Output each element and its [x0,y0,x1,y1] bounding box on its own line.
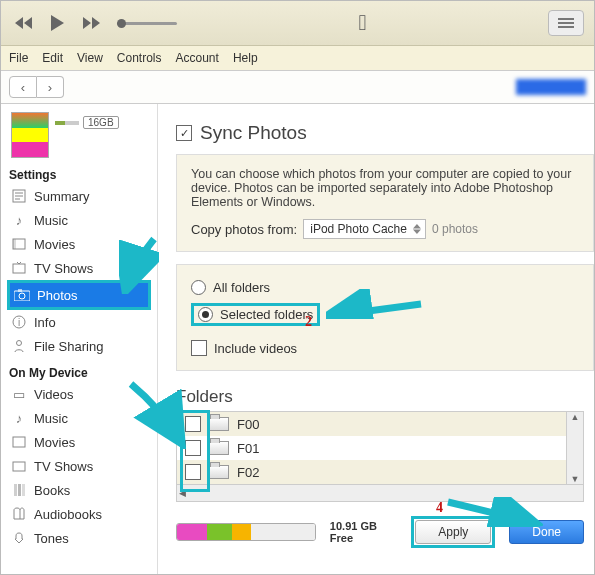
sidebar-item-music2[interactable]: ♪Music [7,406,157,430]
sidebar-item-audiobooks[interactable]: Audiobooks [7,502,157,526]
annotation-highlight-apply: Apply [411,516,495,548]
folder-checkbox[interactable] [185,416,201,432]
menu-file[interactable]: File [9,51,28,65]
tv-icon [11,458,27,474]
scroll-left-icon: ◀ [179,488,186,498]
sidebar-item-summary[interactable]: Summary [7,184,157,208]
sidebar-item-videos[interactable]: ▭Videos [7,382,157,406]
content-pane: ✓ Sync Photos You can choose which photo… [158,104,594,574]
sidebar-item-music[interactable]: ♪Music [7,208,157,232]
sidebar-item-label: TV Shows [34,459,93,474]
device-name-redacted [516,79,586,95]
folders-heading: Folders [176,387,594,407]
prev-track-button[interactable] [11,11,37,35]
menu-view[interactable]: View [77,51,103,65]
sidebar-item-tvshows2[interactable]: TV Shows [7,454,157,478]
storage-segment [177,524,207,540]
folder-checkbox[interactable] [185,464,201,480]
sidebar-item-movies[interactable]: Movies [7,232,157,256]
scroll-down-icon: ▼ [571,474,580,484]
folder-list: F00 F01 F02 ▲▼ ◀ [176,411,584,502]
sidebar-item-info[interactable]: iInfo [7,310,157,334]
radio-label: All folders [213,280,270,295]
nav-back-button[interactable]: ‹ [9,76,37,98]
copy-source-select[interactable]: iPod Photo Cache [303,219,426,239]
sidebar-item-label: Videos [34,387,74,402]
sidebar-item-label: File Sharing [34,339,103,354]
folder-name: F02 [237,465,259,480]
checkbox-icon [191,340,207,356]
storage-free-label: 10.91 GB Free [330,520,397,544]
radio-label: Selected folders [220,307,313,322]
books-icon [11,482,27,498]
music-icon: ♪ [11,410,27,426]
sidebar-item-photos[interactable]: Photos [10,283,148,307]
next-track-button[interactable] [79,11,105,35]
folder-row[interactable]: F00 [177,412,583,436]
volume-slider[interactable] [117,22,177,25]
menu-account[interactable]: Account [176,51,219,65]
sidebar-item-label: Movies [34,237,75,252]
horizontal-scrollbar[interactable]: ◀ [177,484,583,501]
sidebar-item-tvshows[interactable]: TV Shows [7,256,157,280]
movies-icon [11,434,27,450]
sidebar-item-label: Movies [34,435,75,450]
radio-all-folders[interactable]: All folders [191,275,579,299]
capacity-bar-icon [55,121,79,125]
radio-icon [191,280,206,295]
footer-bar: 10.91 GB Free Apply Done [176,516,594,548]
sidebar-section-settings: Settings [9,168,155,182]
play-button[interactable] [45,11,71,35]
annotation-highlight-selected: Selected folders [191,303,320,326]
sidebar-item-tones[interactable]: Tones [7,526,157,550]
scroll-up-icon: ▲ [571,412,580,422]
folder-options-panel: All folders Selected folders Include vid… [176,264,594,371]
summary-icon [11,188,27,204]
device-artwork [11,112,49,158]
done-button[interactable]: Done [509,520,584,544]
movies-icon [11,236,27,252]
svg-rect-2 [13,239,16,249]
svg-rect-12 [14,484,17,496]
folder-row[interactable]: F02 [177,460,583,484]
storage-segment [207,524,232,540]
info-text: You can choose which photos from your co… [191,167,579,209]
sidebar-item-label: TV Shows [34,261,93,276]
menu-edit[interactable]: Edit [42,51,63,65]
storage-bar [176,523,316,541]
sidebar-item-filesharing[interactable]: File Sharing [7,334,157,358]
apply-button[interactable]: Apply [415,520,491,544]
page-title: Sync Photos [200,122,307,144]
videos-icon: ▭ [11,386,27,402]
folder-name: F01 [237,441,259,456]
photo-count: 0 photos [432,222,478,236]
svg-rect-10 [13,437,25,447]
menu-help[interactable]: Help [233,51,258,65]
folder-icon [209,441,229,455]
tv-icon [11,260,27,276]
copy-from-label: Copy photos from: [191,222,297,237]
camera-icon [14,287,30,303]
nav-forward-button[interactable]: › [37,76,64,98]
radio-selected-folders[interactable] [198,307,213,322]
checkbox-label: Include videos [214,341,297,356]
svg-point-9 [17,341,22,346]
folder-row[interactable]: F01 [177,436,583,460]
list-view-button[interactable] [548,10,584,36]
vertical-scrollbar[interactable]: ▲▼ [566,412,583,484]
sidebar-item-label: Music [34,213,68,228]
sidebar-item-label: Summary [34,189,90,204]
info-icon: i [11,314,27,330]
folder-icon [209,417,229,431]
sidebar-item-label: Photos [37,288,77,303]
sidebar-item-movies2[interactable]: Movies [7,430,157,454]
device-thumbnail[interactable]: 16GB [7,110,157,160]
sync-photos-checkbox[interactable]: ✓ [176,125,192,141]
apple-logo-icon:  [358,10,366,36]
share-icon [11,338,27,354]
menu-controls[interactable]: Controls [117,51,162,65]
include-videos-checkbox-row[interactable]: Include videos [191,336,579,360]
sidebar-item-books[interactable]: Books [7,478,157,502]
folder-checkbox[interactable] [185,440,201,456]
sidebar-item-label: Audiobooks [34,507,102,522]
